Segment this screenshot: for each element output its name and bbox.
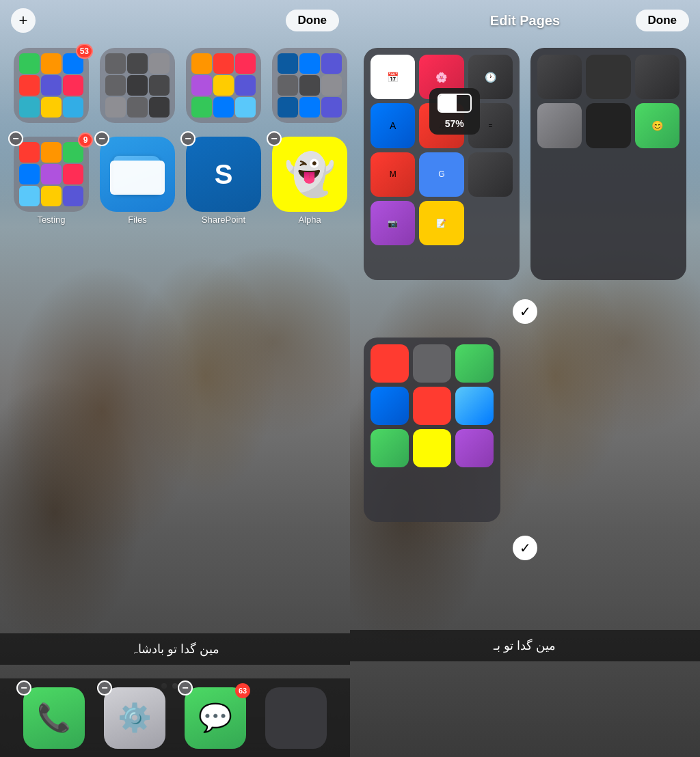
minus-button-alpha[interactable]: − (267, 131, 282, 146)
fa (149, 75, 170, 96)
fa (105, 53, 126, 74)
fa (105, 75, 126, 96)
sharepoint-app[interactable]: − S SharePoint (186, 137, 261, 225)
fa (63, 164, 83, 184)
fa (41, 142, 62, 163)
files-label: Files (128, 215, 146, 225)
fa (149, 53, 170, 74)
dock-settings[interactable]: − ⚙️ (104, 687, 165, 749)
page-thumb-3[interactable]: ! (364, 338, 500, 522)
pages-row-2: ! (364, 338, 686, 522)
fa (213, 97, 234, 118)
done-button-right[interactable]: Done (636, 10, 690, 31)
fa (127, 53, 148, 74)
folder-app-1 (19, 53, 40, 74)
minus-dock-phone[interactable]: − (16, 680, 31, 696)
folder-icon-3 (186, 48, 261, 123)
folder-3[interactable] (186, 48, 261, 123)
fa (278, 97, 298, 118)
files-icon (100, 137, 175, 212)
ta3-8 (455, 429, 494, 467)
done-button-left[interactable]: Done (286, 10, 340, 31)
testing-folder[interactable]: − 9 Testing (14, 137, 89, 225)
battery-container: 57% (468, 152, 513, 197)
song-text-right: مین گدا تو بـ (364, 638, 686, 653)
dock-phone[interactable]: − 📞 (23, 687, 85, 749)
messages-badge: 63 (235, 683, 250, 698)
ta-battery-app (468, 152, 513, 197)
folder-app-9 (63, 97, 83, 118)
files-app[interactable]: − Files (100, 137, 175, 225)
ta-gmail: M (371, 152, 415, 197)
ta-appstore: A (371, 103, 415, 148)
right-screen: Edit Pages Done 📅 🌸 🕐 A ♫ = M (350, 0, 700, 757)
folder-2[interactable] (100, 48, 175, 123)
ta3-7 (371, 429, 409, 467)
top-bar-right: Done (350, 0, 700, 41)
add-button[interactable]: + (11, 8, 36, 33)
fa (41, 186, 62, 206)
ta3-4 (371, 387, 409, 425)
testing-folder-icon (14, 137, 89, 212)
folder-app-2 (41, 53, 62, 74)
battery-icon (438, 94, 472, 113)
minus-button-testing[interactable]: − (8, 131, 23, 146)
ta-chrome: G (419, 152, 463, 197)
folder-app-4 (19, 75, 40, 96)
alpha-label: Alpha (298, 215, 321, 225)
testing-label: Testing (37, 215, 65, 225)
ta2-3 (635, 55, 679, 99)
minus-button-sharepoint[interactable]: − (180, 131, 196, 146)
fa (191, 53, 212, 74)
fa (321, 97, 342, 118)
folder-app-8 (41, 97, 62, 118)
fa (235, 97, 256, 118)
alpha-app[interactable]: − 👻 Alpha (272, 137, 347, 225)
pages-container: 📅 🌸 🕐 A ♫ = M G (364, 48, 686, 568)
fa (321, 75, 342, 96)
ta2-5 (586, 103, 630, 148)
sharepoint-icon: S (186, 137, 261, 212)
battery-percent: 57% (445, 118, 464, 129)
checkmark-1[interactable]: ✓ (513, 299, 537, 324)
fa (105, 97, 126, 118)
folder-icon-1 (14, 48, 89, 123)
fa (19, 142, 40, 163)
ta3-snapchat (413, 429, 451, 467)
ta2-4 (537, 103, 582, 148)
ta3-5: ! (413, 387, 451, 425)
sharepoint-label: SharePoint (202, 215, 245, 225)
page-thumb-1[interactable]: 📅 🌸 🕐 A ♫ = M G (364, 48, 520, 280)
fa (299, 75, 320, 96)
fa (278, 75, 298, 96)
ta2-2 (586, 55, 630, 99)
dock-messages[interactable]: − 💬 63 (185, 687, 246, 749)
fa (235, 75, 256, 96)
fa (278, 53, 298, 74)
ta-notes: 📝 (419, 201, 463, 245)
folder-1[interactable]: 53 (14, 48, 89, 123)
checkmark-row-2: ✓ (364, 527, 686, 568)
app-row-2: − 9 Testing − (14, 137, 336, 225)
page-thumb-2[interactable]: 😊 (530, 48, 686, 280)
ta-instagram: 📷 (371, 201, 415, 245)
checkmark-row-1: ✓ (364, 291, 686, 332)
ta2-1 (537, 55, 582, 99)
phone-app: 📞 (23, 687, 85, 749)
ta3-3 (455, 344, 494, 383)
left-screen: + Done 53 (0, 0, 350, 757)
fa (127, 75, 148, 96)
folder-4[interactable] (272, 48, 347, 123)
fa (41, 164, 62, 184)
fa (235, 53, 256, 74)
fa (299, 53, 320, 74)
fa (213, 53, 234, 74)
app-row-1: 53 (14, 48, 336, 123)
fa (127, 97, 148, 118)
minus-dock-messages[interactable]: − (178, 680, 193, 696)
checkmark-2[interactable]: ✓ (513, 536, 537, 560)
minus-button-files[interactable]: − (94, 131, 109, 146)
dock-multi[interactable] (265, 687, 327, 749)
minus-dock-settings[interactable]: − (97, 680, 112, 696)
ta-calendar: 📅 (371, 55, 415, 99)
